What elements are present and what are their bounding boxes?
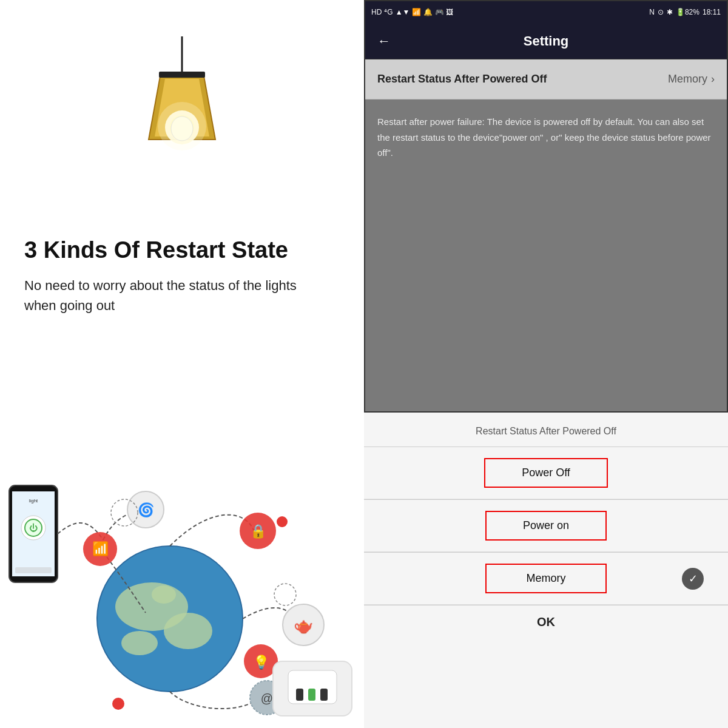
svg-text:🔒: 🔒	[250, 523, 267, 539]
svg-rect-38	[296, 689, 303, 701]
setting-row[interactable]: Restart Status After Powered Off Memory …	[365, 59, 727, 99]
svg-rect-40	[320, 689, 328, 701]
svg-text:📶: 📶	[92, 541, 109, 557]
svg-point-7	[158, 102, 206, 150]
svg-point-26	[277, 516, 288, 527]
right-panel: HD ⁴G ▲▼ 📶 🔔 🎮 🖼 N ⊙ ✱ 🔋82% 18:11 ← Sett…	[364, 0, 728, 728]
svg-point-18	[121, 631, 158, 655]
svg-text:🫖: 🫖	[294, 616, 314, 635]
svg-text:light: light	[29, 498, 38, 504]
setting-value-text: Memory	[668, 73, 707, 86]
power-off-box[interactable]: Power Off	[484, 458, 608, 488]
bluetooth-icon: ✱	[667, 8, 673, 16]
setting-description: Restart after power failure: The device …	[365, 99, 727, 175]
svg-text:🌀: 🌀	[138, 502, 155, 518]
lamp-illustration	[24, 30, 340, 224]
nfc-icon: N	[649, 8, 655, 16]
app-header: ← Setting	[365, 23, 727, 59]
svg-point-33	[112, 698, 124, 710]
status-bar: HD ⁴G ▲▼ 📶 🔔 🎮 🖼 N ⊙ ✱ 🔋82% 18:11	[365, 1, 727, 23]
svg-rect-39	[308, 689, 315, 701]
svg-text:⏻: ⏻	[29, 523, 38, 533]
left-panel: 3 Kinds Of Restart State No need to worr…	[0, 0, 364, 728]
status-bar-right: N ⊙ ✱ 🔋82% 18:11	[649, 8, 721, 16]
separator-4	[364, 605, 728, 605]
option-memory[interactable]: Memory ✓	[364, 553, 728, 605]
dialog-caption: Restart Status After Powered Off	[476, 426, 616, 437]
svg-text:💡: 💡	[253, 654, 270, 670]
iot-diagram: ⏻ light 📶	[6, 455, 358, 722]
power-on-box[interactable]: Power on	[485, 511, 607, 541]
selected-checkmark: ✓	[682, 568, 704, 590]
signal-4g: ⁴G	[384, 8, 393, 16]
time-display: 18:11	[703, 8, 721, 16]
memory-label: Memory	[526, 572, 565, 584]
svg-point-17	[164, 613, 212, 649]
chevron-right-icon: ›	[711, 73, 715, 86]
main-heading: 3 Kinds Of Restart State	[24, 237, 288, 265]
option-power-off[interactable]: Power Off	[364, 447, 728, 499]
option-power-on[interactable]: Power on	[364, 500, 728, 552]
setting-value: Memory ›	[668, 73, 715, 86]
phone-screenshot: HD ⁴G ▲▼ 📶 🔔 🎮 🖼 N ⊙ ✱ 🔋82% 18:11 ← Sett…	[364, 0, 728, 413]
app-content: Restart Status After Powered Off Memory …	[365, 59, 727, 411]
status-bar-left: HD ⁴G ▲▼ 📶 🔔 🎮 🖼	[371, 8, 453, 16]
signal-bars: 📶	[412, 8, 421, 16]
svg-text:@: @	[261, 692, 273, 705]
alarm-icon: ⊙	[658, 8, 664, 16]
setting-label: Restart Status After Powered Off	[377, 73, 547, 86]
back-button[interactable]: ←	[377, 33, 391, 49]
dialog-area: Restart Status After Powered Off Power O…	[364, 413, 728, 728]
ok-button[interactable]: OK	[537, 615, 555, 629]
wifi-icon: ▲▼	[396, 8, 410, 16]
main-subtext: No need to worry about the status of the…	[24, 275, 303, 315]
memory-box[interactable]: Memory	[485, 564, 607, 593]
battery-indicator: 🔋82%	[676, 8, 699, 16]
svg-rect-14	[15, 567, 52, 573]
power-on-label: Power on	[523, 519, 569, 531]
power-off-label: Power Off	[522, 467, 570, 479]
svg-rect-3	[159, 72, 205, 78]
description-text: Restart after power failure: The device …	[377, 116, 711, 158]
svg-point-35	[274, 584, 296, 605]
svg-point-19	[152, 585, 176, 604]
hd-indicator: HD	[371, 8, 382, 16]
notification-icons: 🔔 🎮 🖼	[423, 8, 453, 16]
app-title: Setting	[524, 33, 569, 49]
